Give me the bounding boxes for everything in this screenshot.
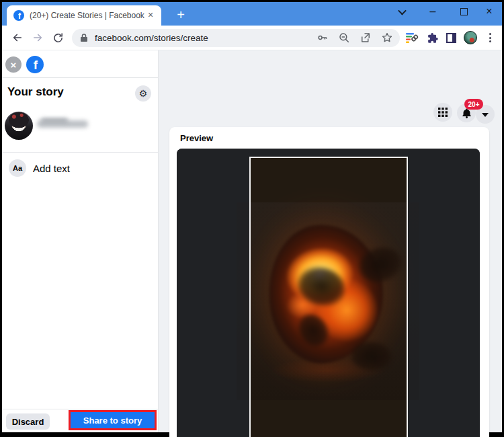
page-title: Your story	[7, 85, 64, 99]
extension-area	[404, 31, 497, 44]
url-text[interactable]: facebook.com/stories/create	[95, 33, 317, 43]
address-bar[interactable]: facebook.com/stories/create	[72, 29, 400, 47]
maximize-button[interactable]	[451, 2, 476, 21]
preview-card: Preview – +	[169, 127, 489, 437]
browser-profile-avatar[interactable]	[464, 31, 477, 44]
story-crop-frame	[249, 157, 408, 437]
close-window-button[interactable]: ×	[476, 2, 502, 21]
zoom-out-icon[interactable]	[338, 32, 350, 44]
preview-label: Preview	[180, 133, 213, 143]
chevron-down-icon	[482, 113, 489, 117]
key-icon[interactable]	[317, 32, 329, 44]
annotation-highlight: Share to story	[69, 410, 157, 430]
preview-canvas: – + Rotate	[177, 149, 480, 437]
tab-search-chevron-icon[interactable]	[389, 2, 415, 21]
facebook-page: × f Your story ⚙ Aa Add text Discard Sha…	[2, 50, 502, 432]
back-icon[interactable]	[7, 28, 28, 48]
tab-title: (20+) Create Stories | Facebook	[30, 11, 145, 20]
minimize-button[interactable]: –	[420, 2, 446, 21]
add-text-item[interactable]: Add text	[33, 163, 70, 174]
divider	[2, 77, 159, 78]
browser-titlebar: f (20+) Create Stories | Facebook × + – …	[2, 2, 502, 26]
notification-badge: 20+	[464, 99, 483, 110]
share-icon[interactable]	[360, 32, 372, 44]
side-panel-icon[interactable]	[446, 33, 456, 43]
divider	[2, 152, 159, 153]
browser-menu-icon[interactable]	[485, 33, 495, 42]
reload-icon[interactable]	[48, 28, 68, 48]
settings-gear-button[interactable]: ⚙	[135, 85, 151, 102]
browser-toolbar: facebook.com/stories/create	[2, 26, 502, 50]
extensions-puzzle-icon[interactable]	[426, 32, 439, 44]
discard-button[interactable]: Discard	[6, 413, 50, 430]
screenshot-root: f (20+) Create Stories | Facebook × + – …	[0, 0, 504, 437]
bookmark-star-icon[interactable]	[381, 32, 393, 44]
user-name-redacted-overlay	[41, 118, 68, 122]
footer-divider	[2, 409, 159, 409]
story-sidebar: × f Your story ⚙ Aa Add text Discard Sha…	[2, 50, 159, 432]
forward-icon[interactable]	[28, 28, 48, 48]
colorbars-link-extension-icon[interactable]	[405, 31, 419, 44]
facebook-logo[interactable]: f	[26, 56, 44, 73]
new-tab-button[interactable]: +	[172, 7, 190, 24]
close-story-button[interactable]: ×	[5, 56, 22, 73]
lock-icon	[80, 33, 88, 42]
browser-tab[interactable]: f (20+) Create Stories | Facebook ×	[7, 5, 161, 26]
grid-icon	[438, 108, 448, 117]
apps-grid-button[interactable]	[433, 103, 452, 122]
add-text-icon: Aa	[9, 159, 26, 177]
share-to-story-button[interactable]: Share to story	[71, 412, 155, 428]
browser-window: f (20+) Create Stories | Facebook × + – …	[2, 2, 502, 432]
facebook-favicon: f	[13, 10, 24, 21]
tab-close-icon[interactable]: ×	[145, 10, 156, 21]
user-avatar	[5, 112, 33, 140]
